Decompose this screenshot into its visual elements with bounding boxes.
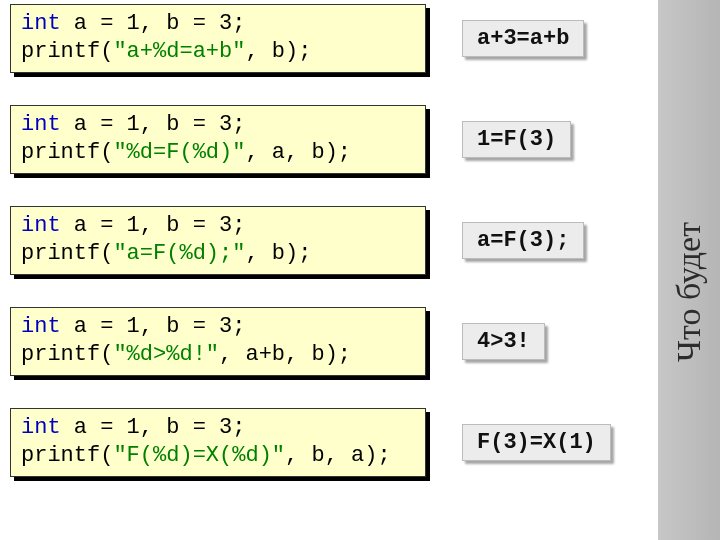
code-block: int a = 1, b = 3; printf("%d=F(%d)", a, … bbox=[10, 105, 426, 174]
exercise-row: int a = 1, b = 3; printf("a=F(%d);", b);… bbox=[10, 206, 630, 275]
code-block: int a = 1, b = 3; printf("%d>%d!", a+b, … bbox=[10, 307, 426, 376]
answer-text: F(3)=X(1) bbox=[462, 424, 611, 461]
exercise-row: int a = 1, b = 3; printf("F(%d)=X(%d)", … bbox=[10, 408, 630, 477]
exercise-row: int a = 1, b = 3; printf("%d>%d!", a+b, … bbox=[10, 307, 630, 376]
code-text: int a = 1, b = 3; printf("a+%d=a+b", b); bbox=[10, 4, 426, 73]
code-text: int a = 1, b = 3; printf("a=F(%d);", b); bbox=[10, 206, 426, 275]
sidebar: Что будет bbox=[658, 0, 720, 540]
answer-block: 1=F(3) bbox=[462, 121, 571, 158]
answer-block: F(3)=X(1) bbox=[462, 424, 611, 461]
code-text: int a = 1, b = 3; printf("%d=F(%d)", a, … bbox=[10, 105, 426, 174]
answer-block: a+3=a+b bbox=[462, 20, 584, 57]
code-block: int a = 1, b = 3; printf("a+%d=a+b", b); bbox=[10, 4, 426, 73]
code-block: int a = 1, b = 3; printf("F(%d)=X(%d)", … bbox=[10, 408, 426, 477]
exercise-row: int a = 1, b = 3; printf("%d=F(%d)", a, … bbox=[10, 105, 630, 174]
code-text: int a = 1, b = 3; printf("%d>%d!", a+b, … bbox=[10, 307, 426, 376]
sidebar-title: Что будет bbox=[670, 22, 708, 540]
answer-block: 4>3! bbox=[462, 323, 545, 360]
content-column: int a = 1, b = 3; printf("a+%d=a+b", b);… bbox=[10, 4, 630, 509]
code-block: int a = 1, b = 3; printf("a=F(%d);", b); bbox=[10, 206, 426, 275]
code-text: int a = 1, b = 3; printf("F(%d)=X(%d)", … bbox=[10, 408, 426, 477]
answer-text: 4>3! bbox=[462, 323, 545, 360]
answer-text: a=F(3); bbox=[462, 222, 584, 259]
answer-text: 1=F(3) bbox=[462, 121, 571, 158]
answer-block: a=F(3); bbox=[462, 222, 584, 259]
answer-text: a+3=a+b bbox=[462, 20, 584, 57]
exercise-row: int a = 1, b = 3; printf("a+%d=a+b", b);… bbox=[10, 4, 630, 73]
